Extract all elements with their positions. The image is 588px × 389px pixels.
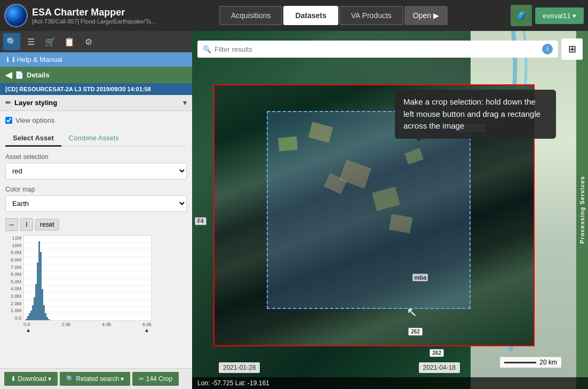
scale-label: 20 km: [539, 359, 557, 366]
app-title-group: ESA Charter Mapper [Act-738/Call-857] Fl…: [32, 7, 156, 25]
svg-rect-16: [32, 305, 34, 321]
map-area[interactable]: Make a crop selection: hold down the lef…: [192, 31, 588, 389]
scale-bar: 20 km: [500, 357, 561, 368]
svg-rect-15: [30, 311, 32, 321]
chevron-down-icon[interactable]: ▾: [183, 99, 187, 107]
list-toolbar-btn[interactable]: ☰: [22, 33, 39, 50]
info-icon[interactable]: i: [542, 44, 553, 54]
left-panel: 🔍 ☰ 🛒 📋 ⚙ ℹ ℹ Help & Manual ◀ 📄 Details …: [0, 31, 192, 389]
tab-va-products[interactable]: VA Products: [339, 6, 403, 25]
range-center-btn[interactable]: I: [20, 218, 33, 231]
svg-rect-20: [38, 241, 40, 321]
pencil-icon: ✏: [5, 99, 11, 107]
svg-rect-13: [27, 316, 29, 321]
filter-input[interactable]: [214, 45, 539, 53]
details-header: ◀ 📄 Details: [0, 67, 192, 83]
range-controls: ↔ I reset: [5, 218, 187, 231]
clipboard-toolbar-btn[interactable]: 📋: [61, 33, 78, 50]
help-bar[interactable]: ℹ ℹ Help & Manual: [0, 52, 192, 67]
svg-rect-24: [45, 313, 46, 321]
svg-rect-26: [48, 319, 50, 321]
histogram-x-axis: 0.02.0k4.0k6.0k: [23, 322, 152, 327]
tools-button[interactable]: 🧳: [511, 5, 532, 26]
histogram-container: 11M10M9.0M8.0M 7.0M6.0M5.0M4.0M 3.0M2.0M…: [5, 235, 187, 333]
svg-rect-27: [50, 320, 51, 321]
date-label-right: 2021-04-18: [419, 362, 460, 373]
layer-styling-header: ✏ Layer styling ▾: [0, 95, 192, 111]
svg-rect-19: [37, 263, 38, 321]
crop-selection-rect: [267, 111, 471, 309]
map-search-bar: 🔍 i ⊞: [197, 38, 583, 60]
layer-styling-title: Layer styling: [14, 99, 57, 107]
search-toolbar-btn[interactable]: 🔍: [3, 33, 20, 50]
info-icon-help: ℹ: [6, 55, 9, 63]
svg-rect-23: [43, 305, 45, 321]
right-slider[interactable]: ▲: [144, 327, 149, 333]
document-icon: 📄: [15, 71, 23, 79]
nav-tabs: Acquisitions Datasets VA Products Open ▶: [158, 6, 508, 25]
svg-rect-12: [26, 319, 27, 321]
date-label-left: 2021-01-28: [219, 362, 260, 373]
esa-logo: [4, 4, 28, 27]
reset-btn[interactable]: reset: [35, 219, 59, 231]
details-title: Details: [27, 71, 50, 79]
histogram-sliders: ▲ ▲: [23, 327, 152, 333]
tab-acquisitions[interactable]: Acquisitions: [219, 6, 283, 25]
svg-rect-17: [34, 297, 35, 321]
coordinates-text: Lon: -57.725 Lat: -19.161: [197, 379, 269, 387]
range-expand-btn[interactable]: ↔: [5, 218, 18, 231]
tab-combine-assets[interactable]: Combine Assets: [61, 131, 126, 147]
histogram-y-axis: 11M10M9.0M8.0M 7.0M6.0M5.0M4.0M 3.0M2.0M…: [5, 235, 22, 321]
bottom-action-bar: ⬇ Download ▾ 🔍 Related search ▾ ✂ 144 Cr…: [0, 368, 192, 389]
f4-label: F4: [195, 217, 206, 225]
main-layout: 🔍 ☰ 🛒 📋 ⚙ ℹ ℹ Help & Manual ◀ 📄 Details …: [0, 31, 588, 389]
road-badge-262b: 262: [430, 349, 444, 357]
dataset-label: [CD] RESOURCESAT-2A L3 STD 2019/09/30 14…: [0, 83, 192, 95]
logo-area: ESA Charter Mapper [Act-738/Call-857] Fl…: [4, 4, 156, 27]
app-subtitle: [Act-738/Call-857] Flood Large/Earthquak…: [32, 18, 156, 25]
asset-tabs: Select Asset Combine Assets: [5, 131, 187, 147]
asset-selection-select[interactable]: red: [5, 163, 187, 179]
open-button[interactable]: Open ▶: [404, 6, 448, 25]
svg-rect-18: [35, 284, 37, 321]
settings-toolbar-btn[interactable]: ⚙: [80, 33, 97, 50]
color-map-group: Color map Earth Greyscale Hot Cool Rainb…: [5, 186, 187, 212]
panel-content: View options Select Asset Combine Assets…: [0, 111, 192, 368]
scale-line: [504, 362, 536, 363]
download-button[interactable]: ⬇ Download ▾: [4, 372, 58, 386]
asset-selection-group: Asset selection red: [5, 153, 187, 179]
svg-rect-25: [46, 317, 48, 321]
mba-label: mba: [412, 274, 428, 281]
left-slider[interactable]: ▲: [26, 327, 31, 333]
map-tooltip: Make a crop selection: hold down the lef…: [395, 90, 556, 139]
processing-services-label: Processing Services: [579, 176, 585, 244]
help-label: ℹ Help & Manual: [12, 55, 62, 63]
user-menu-button[interactable]: evoval11 ▾: [535, 7, 584, 24]
basket-toolbar-btn[interactable]: 🛒: [42, 33, 59, 50]
svg-rect-11: [24, 320, 26, 321]
asset-selection-label: Asset selection: [5, 153, 187, 161]
color-map-select[interactable]: Earth Greyscale Hot Cool Rainbow: [5, 195, 187, 212]
color-map-label: Color map: [5, 186, 187, 193]
search-icon: 🔍: [203, 45, 211, 53]
view-options-label: View options: [15, 116, 54, 124]
related-search-button[interactable]: 🔍 Related search ▾: [60, 372, 130, 386]
coordinates-bar: Lon: -57.725 Lat: -19.161: [192, 377, 588, 389]
search-input-wrap: 🔍 i: [197, 41, 558, 58]
layers-button[interactable]: ⊞: [561, 38, 583, 60]
crop-button[interactable]: ✂ 144 Crop: [132, 372, 179, 386]
view-options-row[interactable]: View options: [5, 116, 187, 124]
svg-rect-22: [42, 289, 43, 321]
tab-datasets[interactable]: Datasets: [283, 6, 338, 25]
histogram-svg: [23, 235, 152, 321]
left-toolbar: 🔍 ☰ 🛒 📋 ⚙: [0, 31, 192, 52]
processing-services-panel[interactable]: Processing Services: [576, 31, 588, 389]
top-navbar: ESA Charter Mapper [Act-738/Call-857] Fl…: [0, 0, 588, 31]
road-badge-262a: 262: [408, 328, 423, 336]
svg-rect-14: [29, 313, 30, 321]
tab-select-asset[interactable]: Select Asset: [5, 131, 61, 147]
back-arrow-icon[interactable]: ◀: [5, 70, 12, 80]
app-title: ESA Charter Mapper: [32, 7, 156, 18]
svg-rect-21: [40, 252, 42, 321]
view-options-checkbox[interactable]: [5, 117, 12, 124]
